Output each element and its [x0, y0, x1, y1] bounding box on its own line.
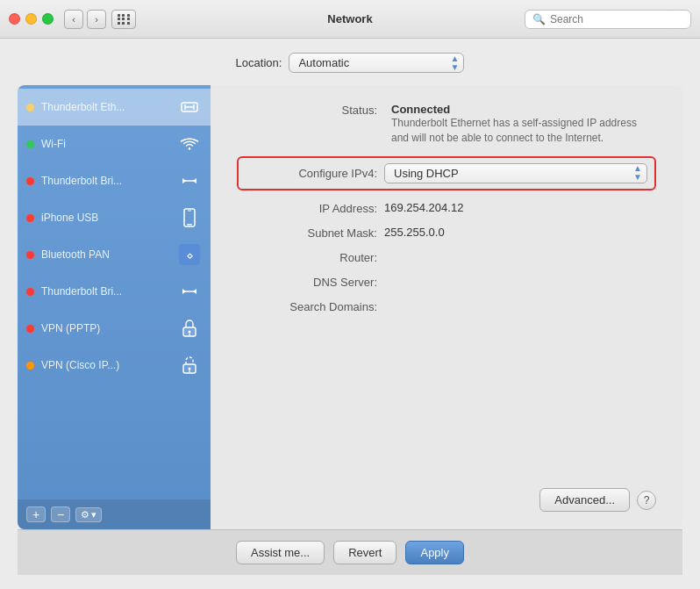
maximize-button[interactable] [42, 13, 54, 25]
bottom-right-buttons: Advanced... ? [539, 488, 656, 512]
sidebar-item-label-1: Wi-Fi [41, 138, 170, 150]
search-domains-label: Search Domains: [237, 299, 377, 313]
location-select[interactable]: Automatic Home Work [289, 53, 464, 73]
configure-ipv4-select[interactable]: Using DHCP Manually Off Using DHCP with … [384, 163, 647, 183]
status-dot-red-1 [26, 214, 34, 222]
remove-network-button[interactable]: − [51, 506, 70, 522]
apply-button[interactable]: Apply [405, 541, 464, 564]
svg-point-4 [189, 147, 190, 149]
search-domains-row: Search Domains: [237, 299, 656, 313]
sidebar-item-label-6: VPN (PPTP) [41, 322, 170, 334]
svg-marker-13 [193, 289, 196, 294]
sidebar-item-label-5: Thunderbolt Bri... [41, 285, 170, 298]
status-label: Status: [237, 103, 377, 117]
network-gear-button[interactable]: ⚙ ▾ [75, 507, 102, 522]
router-label: Router: [237, 250, 377, 264]
app-grid-button[interactable] [111, 10, 136, 29]
thunderbolt2-icon [177, 169, 202, 193]
grid-icon [118, 14, 131, 25]
sidebar-item-thunderbolt3[interactable]: Thunderbolt Bri... [18, 273, 211, 310]
forward-button[interactable]: › [87, 10, 106, 29]
svg-rect-9 [187, 224, 192, 226]
titlebar: ‹ › Network 🔍 [0, 0, 700, 39]
location-label: Location: [236, 56, 282, 69]
subnet-mask-row: Subnet Mask: 255.255.0.0 [237, 226, 656, 240]
dns-server-label: DNS Server: [237, 275, 377, 289]
status-description: Thunderbolt Ethernet has a self-assigned… [391, 116, 637, 146]
sidebar-item-bluetooth[interactable]: Bluetooth PAN ⬦ [18, 236, 211, 273]
status-dot-red-4 [26, 325, 34, 333]
sidebar-item-wifi[interactable]: Wi-Fi [18, 126, 211, 162]
nav-buttons: ‹ › [64, 10, 106, 29]
svg-point-18 [189, 368, 191, 370]
ip-address-label: IP Address: [237, 201, 377, 215]
status-dot-red-3 [26, 288, 34, 296]
subnet-mask-value: 255.255.0.0 [384, 226, 445, 239]
status-row: Status: Connected Thunderbolt Ethernet h… [237, 103, 656, 146]
sidebar-item-thunderbolt-active[interactable]: Thunderbolt Eth... [18, 89, 211, 126]
phone-icon [177, 205, 202, 230]
location-bar: Location: Automatic Home Work ▲▼ [18, 53, 682, 73]
body-area: Thunderbolt Eth... Wi-Fi [18, 85, 682, 529]
configure-ipv4-select-wrapper: Using DHCP Manually Off Using DHCP with … [384, 163, 647, 183]
help-button[interactable]: ? [637, 491, 656, 510]
back-button[interactable]: ‹ [64, 10, 83, 29]
svg-point-15 [189, 331, 191, 334]
subnet-mask-label: Subnet Mask: [237, 226, 377, 240]
vpn2-icon [177, 353, 202, 377]
sidebar-item-label-4: Bluetooth PAN [41, 248, 170, 261]
ip-address-value: 169.254.204.12 [384, 201, 463, 214]
search-icon: 🔍 [532, 13, 546, 25]
wifi-icon [177, 132, 202, 156]
search-box: 🔍 [525, 10, 691, 29]
sidebar-item-label-3: iPhone USB [41, 212, 170, 224]
location-select-wrapper: Automatic Home Work ▲▼ [289, 53, 464, 73]
close-button[interactable] [9, 13, 20, 25]
configure-ipv4-row: Configure IPv4: Using DHCP Manually Off … [237, 156, 656, 190]
status-dot-red-0 [26, 177, 34, 185]
status-value: Connected [391, 103, 637, 116]
main-content: Location: Automatic Home Work ▲▼ Thunder… [0, 39, 700, 589]
bottom-action-bar: Assist me... Revert Apply [18, 529, 682, 575]
gear-icon: ⚙ [81, 509, 89, 521]
minimize-button[interactable] [25, 13, 37, 25]
sidebar-item-thunderbolt2[interactable]: Thunderbolt Bri... [18, 162, 211, 199]
add-network-button[interactable]: + [26, 506, 46, 522]
vpn1-icon [177, 316, 202, 341]
status-dot-orange [26, 362, 34, 370]
sidebar-item-vpn2[interactable]: VPN (Cisco IP...) [18, 347, 211, 384]
sidebar-item-vpn1[interactable]: VPN (PPTP) [18, 310, 211, 347]
ip-address-row: IP Address: 169.254.204.12 [237, 201, 656, 215]
sidebar-active-icon [177, 95, 202, 119]
search-input[interactable] [550, 13, 683, 25]
configure-ipv4-label: Configure IPv4: [246, 167, 377, 180]
status-dot-yellow [26, 104, 34, 111]
status-dot-green [26, 140, 34, 148]
sidebar-toolbar: + − ⚙ ▾ [18, 499, 211, 529]
bluetooth-icon: ⬦ [177, 242, 202, 267]
traffic-lights [9, 13, 54, 25]
window-title: Network [327, 12, 372, 25]
svg-marker-6 [182, 178, 186, 183]
gear-chevron-icon: ▾ [91, 509, 96, 521]
svg-marker-7 [193, 178, 196, 183]
sidebar-item-label-7: VPN (Cisco IP...) [41, 359, 170, 371]
revert-button[interactable]: Revert [333, 541, 396, 564]
dns-server-row: DNS Server: [237, 275, 656, 289]
sidebar-item-label-0: Thunderbolt Eth... [41, 101, 170, 113]
advanced-button[interactable]: Advanced... [539, 488, 630, 512]
router-row: Router: [237, 250, 656, 264]
sidebar-item-iphone[interactable]: iPhone USB [18, 199, 211, 236]
bottom-buttons-area: Advanced... ? [237, 479, 656, 512]
status-dot-red-2 [26, 251, 34, 259]
sidebar: Thunderbolt Eth... Wi-Fi [18, 85, 211, 529]
sidebar-items: Thunderbolt Eth... Wi-Fi [18, 85, 211, 499]
thunderbolt3-icon [177, 279, 202, 304]
svg-rect-10 [188, 211, 191, 212]
svg-marker-12 [182, 289, 186, 294]
sidebar-item-label-2: Thunderbolt Bri... [41, 175, 170, 187]
detail-panel: Status: Connected Thunderbolt Ethernet h… [211, 85, 682, 529]
assist-me-button[interactable]: Assist me... [236, 541, 325, 564]
